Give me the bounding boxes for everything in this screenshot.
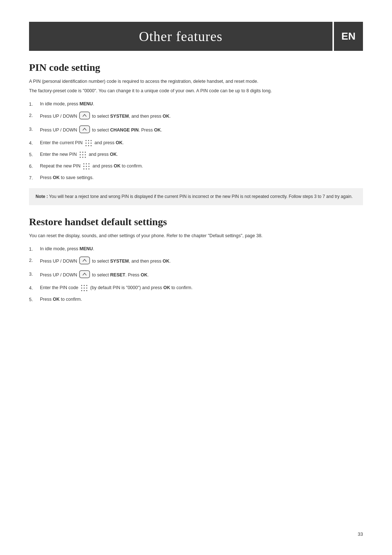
keypad-icon: [85, 139, 93, 147]
svg-rect-29: [79, 257, 90, 264]
svg-point-25: [89, 166, 90, 167]
svg-point-21: [86, 163, 87, 165]
pin-step-2: 2. Press UP / DOWN to select SYSTEM, and…: [29, 112, 363, 122]
step-num: 3.: [29, 125, 40, 133]
nav-button-icon: [79, 256, 90, 267]
nav-button-icon: [79, 112, 90, 122]
svg-point-6: [88, 143, 89, 144]
step-num: 3.: [29, 270, 40, 278]
restore-section: Restore handset default settings You can…: [29, 216, 363, 303]
step-content: Press UP / DOWN to select CHANGE PIN. Pr…: [40, 125, 363, 135]
svg-point-34: [81, 288, 82, 289]
restore-step-2: 2. Press UP / DOWN to select SYSTEM, and…: [29, 256, 363, 267]
svg-point-17: [79, 157, 81, 158]
pin-step-1: 1. In idle mode, press MENU.: [29, 100, 363, 108]
svg-point-28: [89, 169, 90, 170]
svg-point-27: [86, 169, 87, 170]
pin-section-title: PIN code setting: [29, 62, 363, 73]
step-content: Press UP / DOWN to select SYSTEM, and th…: [40, 112, 363, 122]
step-num: 5.: [29, 151, 40, 158]
svg-rect-30: [79, 271, 90, 278]
svg-point-10: [90, 145, 91, 146]
svg-point-16: [85, 154, 86, 155]
svg-point-15: [82, 154, 83, 155]
step-num: 4.: [29, 284, 40, 292]
svg-rect-1: [79, 126, 90, 133]
step-content: Repeat the new PIN: [40, 162, 363, 170]
step-num: 2.: [29, 112, 40, 119]
restore-step-5: 5. Press OK to confirm.: [29, 296, 363, 303]
svg-point-2: [85, 140, 86, 141]
pin-step-7: 7. Press OK to save settings.: [29, 174, 363, 182]
restore-step-3: 3. Press UP / DOWN to select RESET. Pres…: [29, 270, 363, 280]
keypad-icon: [82, 162, 90, 170]
svg-point-23: [83, 166, 85, 167]
step-content: In idle mode, press MENU.: [40, 245, 363, 252]
pin-step-4: 4. Enter the current PIN: [29, 139, 363, 147]
pin-intro-1: A PIN (personal identification number) c…: [29, 78, 363, 85]
step-num: 4.: [29, 139, 40, 147]
step-num: 1.: [29, 100, 40, 108]
step-content: Press UP / DOWN to select RESET. Press O…: [40, 270, 363, 280]
svg-point-33: [86, 285, 87, 286]
svg-point-37: [81, 290, 82, 291]
step-num: 2.: [29, 256, 40, 264]
header-title-box: Other features: [29, 22, 332, 51]
step-content: Press OK to save settings.: [40, 174, 363, 181]
keypad-icon: [80, 284, 88, 292]
svg-point-22: [89, 163, 90, 165]
pin-intro-2: The factory-preset code is "0000". You c…: [29, 87, 363, 94]
svg-point-14: [79, 154, 81, 155]
step-content: Enter the PIN code: [40, 284, 363, 292]
step-num: 6.: [29, 162, 40, 170]
step-num: 5.: [29, 296, 40, 303]
step-content: Press UP / DOWN to select SYSTEM, and th…: [40, 256, 363, 267]
svg-point-31: [81, 285, 82, 286]
note-box: Note : You will hear a reject tone and w…: [29, 188, 363, 205]
pin-step-6: 6. Repeat the new PIN: [29, 162, 363, 170]
language-badge: EN: [342, 31, 356, 42]
svg-point-5: [85, 143, 86, 144]
svg-point-7: [90, 143, 91, 144]
svg-rect-0: [79, 112, 90, 119]
note-text: Note : You will hear a reject tone and w…: [36, 194, 353, 199]
pin-steps-list: 1. In idle mode, press MENU. 2. Press UP…: [29, 100, 363, 182]
restore-steps-list: 1. In idle mode, press MENU. 2. Press UP…: [29, 245, 363, 303]
step-content: Enter the current PIN: [40, 139, 363, 147]
svg-point-38: [84, 290, 85, 291]
restore-step-4: 4. Enter the PIN code: [29, 284, 363, 292]
restore-step-1: 1. In idle mode, press MENU.: [29, 245, 363, 253]
svg-point-35: [84, 288, 85, 289]
svg-point-18: [82, 157, 83, 158]
header-lang-box: EN: [334, 22, 363, 51]
svg-point-26: [83, 169, 85, 170]
step-num: 1.: [29, 245, 40, 253]
keypad-icon: [79, 151, 87, 159]
step-content: Press OK to confirm.: [40, 296, 363, 303]
svg-point-19: [85, 157, 86, 158]
pin-section: PIN code setting A PIN (personal identif…: [29, 62, 363, 205]
step-content: Enter the new PIN: [40, 151, 363, 159]
svg-point-39: [86, 290, 87, 291]
svg-point-8: [85, 145, 86, 146]
step-num: 7.: [29, 174, 40, 182]
page-number: 33: [358, 531, 363, 537]
step-content: In idle mode, press MENU.: [40, 100, 363, 108]
page-title: Other features: [139, 28, 222, 44]
pin-step-5: 5. Enter the new PIN: [29, 151, 363, 159]
svg-point-20: [83, 163, 85, 165]
restore-intro: You can reset the display, sounds, and o…: [29, 232, 363, 239]
svg-point-13: [85, 152, 86, 153]
svg-point-32: [84, 285, 85, 286]
svg-point-12: [82, 152, 83, 153]
header-banner: Other features EN: [29, 22, 363, 51]
svg-point-11: [79, 152, 81, 153]
svg-point-3: [88, 140, 89, 141]
pin-step-3: 3. Press UP / DOWN to select CHANGE PIN.…: [29, 125, 363, 135]
svg-point-36: [86, 288, 87, 289]
nav-button-icon: [79, 270, 90, 280]
svg-point-24: [86, 166, 87, 167]
nav-button-icon: [79, 125, 90, 135]
page: Other features EN PIN code setting A PIN…: [0, 0, 392, 555]
svg-point-4: [90, 140, 91, 141]
